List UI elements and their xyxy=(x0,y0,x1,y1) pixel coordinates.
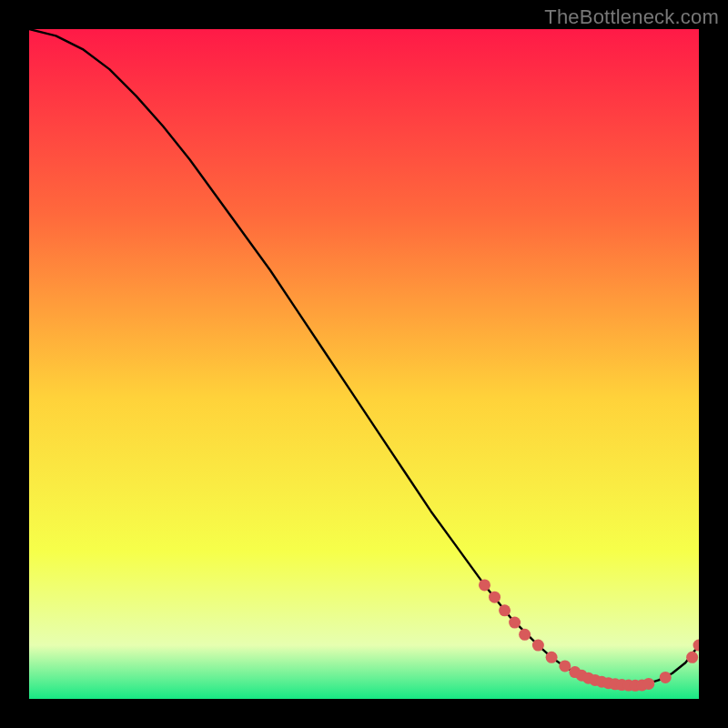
curve-marker xyxy=(509,617,521,629)
curve-marker xyxy=(532,640,544,652)
curve-marker xyxy=(479,579,490,591)
curve-marker xyxy=(489,592,500,603)
curve-marker xyxy=(660,672,672,683)
watermark-text: TheBottleneck.com xyxy=(544,5,719,29)
curve-marker xyxy=(642,678,654,690)
curve-marker xyxy=(546,652,558,663)
chart-svg xyxy=(29,29,699,699)
chart-stage: TheBottleneck.com xyxy=(0,0,728,728)
gradient-background xyxy=(29,29,699,699)
curve-marker xyxy=(559,660,571,672)
curve-marker xyxy=(686,652,698,663)
plot-area xyxy=(29,29,699,699)
curve-marker xyxy=(519,629,531,641)
curve-marker xyxy=(499,604,511,616)
